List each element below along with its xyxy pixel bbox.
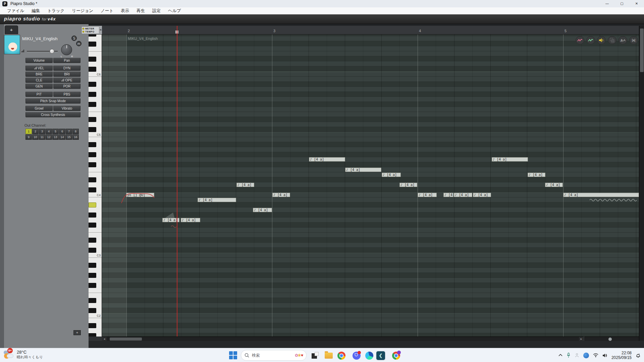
menu-item-再生[interactable]: 再生: [133, 7, 149, 14]
mute-button[interactable]: m: [76, 41, 82, 46]
menu-item-ノート[interactable]: ノート: [97, 7, 117, 14]
piano-key-black[interactable]: [89, 223, 96, 228]
weather-widget[interactable]: 9+ 28°C 晴れ時々くもり: [3, 349, 43, 360]
piano-key-black[interactable]: [89, 117, 96, 122]
zoom-knob[interactable]: [608, 338, 612, 341]
vertical-scrollbar[interactable]: [639, 26, 644, 341]
note[interactable]: ♪ [4 a]: [528, 173, 545, 177]
channel-13[interactable]: 13: [52, 134, 59, 140]
note[interactable]: ♪ [4 a]: [345, 168, 381, 172]
piano-key-black[interactable]: [89, 273, 96, 278]
search-box[interactable]: 検索 ✿❀♥: [241, 350, 307, 361]
channel-11[interactable]: 11: [39, 134, 45, 140]
menu-item-ファイル[interactable]: ファイル: [3, 7, 28, 14]
lyric-lang-toggle-icon[interactable]: あA: [619, 36, 627, 44]
piano-key-black[interactable]: [89, 187, 96, 192]
piano-key-white[interactable]: [89, 288, 102, 293]
note[interactable]: yo [j @U]: [126, 193, 154, 197]
piano-key-white[interactable]: [89, 37, 102, 42]
piano-keyboard[interactable]: C6C5C4C3C2: [89, 35, 102, 337]
piano-key-white[interactable]: [89, 62, 102, 67]
menu-item-ヘルプ[interactable]: ヘルプ: [164, 7, 184, 14]
horizontal-scroll-thumb[interactable]: [110, 338, 142, 341]
vel-param-button[interactable]: VEL: [25, 65, 53, 71]
piano-key-black[interactable]: [89, 323, 96, 328]
person-idle-icon[interactable]: [575, 353, 579, 358]
piano-key-white[interactable]: [89, 268, 102, 273]
vibrato-button[interactable]: Vibrato: [53, 106, 80, 111]
piano-key-white[interactable]: [89, 47, 102, 52]
meter-tempo-box[interactable]: METER TEMPO: [82, 26, 99, 34]
piano-key-white[interactable]: [89, 97, 102, 102]
app-sphere-icon[interactable]: [583, 353, 589, 358]
chrome-profile-icon[interactable]: [391, 351, 401, 361]
piano-key-white[interactable]: [89, 228, 102, 233]
playhead-line[interactable]: [177, 26, 177, 337]
piano-key-white[interactable]: [89, 157, 102, 162]
cle-param-button[interactable]: CLE: [25, 77, 53, 83]
piano-key-white[interactable]: [89, 172, 102, 177]
collapse-panel-button[interactable]: «: [100, 27, 102, 32]
discord-icon[interactable]: [352, 351, 362, 361]
note[interactable]: ♪ [4 a]: [492, 157, 528, 162]
piano-key-black[interactable]: [89, 308, 96, 313]
piano-key-black[interactable]: [89, 213, 96, 218]
note[interactable]: ♪ [4 a]: [454, 193, 472, 197]
menu-item-設定[interactable]: 設定: [149, 7, 164, 14]
clock[interactable]: 22:08 2025/09/15: [611, 351, 632, 360]
channel-4[interactable]: 4: [46, 129, 52, 134]
note[interactable]: ♪ [4 a]: [272, 193, 290, 197]
piano-key-white[interactable]: [89, 77, 102, 82]
piano-key-black[interactable]: [89, 142, 96, 147]
piano-key-white[interactable]: [89, 258, 102, 263]
piano-key-white[interactable]: [89, 182, 102, 187]
piano-roll-grid[interactable]: MIKU_V4_English yo [j @U]♪ [4 a]♪ [4 a]♪…: [102, 35, 639, 337]
piano-key-black[interactable]: [89, 248, 96, 253]
channel-14[interactable]: 14: [59, 134, 65, 140]
channel-6[interactable]: 6: [59, 129, 65, 134]
wifi-icon[interactable]: [593, 353, 598, 357]
start-button[interactable]: [229, 351, 237, 359]
minimize-button[interactable]: —: [600, 0, 614, 7]
piano-key-white[interactable]: [89, 233, 102, 238]
volume-slider-thumb[interactable]: [50, 49, 54, 54]
dyn-param-button[interactable]: DYN: [53, 65, 80, 71]
piano-key-white[interactable]: [89, 318, 102, 323]
note[interactable]: ♪ [4 a]: [198, 198, 236, 202]
pbs-param-button[interactable]: PBS: [53, 92, 80, 97]
channel-2[interactable]: 2: [32, 129, 39, 134]
gen-param-button[interactable]: GEN: [25, 83, 53, 89]
pitch-snap-mode-button[interactable]: Pitch Snap Mode: [25, 98, 80, 104]
note[interactable]: ♪ [4 a]: [473, 193, 491, 197]
tray-chevron-up-icon[interactable]: [558, 354, 562, 357]
timeline-ruler[interactable]: 2345: [102, 26, 639, 35]
piano-key-white[interactable]: [89, 218, 102, 223]
pitch-original-icon[interactable]: [576, 36, 584, 44]
growl-button[interactable]: Growl: [25, 106, 53, 111]
add-track-button[interactable]: +: [5, 25, 18, 34]
horizontal-scrollbar[interactable]: ◄ ►: [102, 337, 584, 341]
piano-key-black[interactable]: [89, 92, 96, 97]
channel-9[interactable]: 9: [25, 134, 32, 140]
speaker-icon[interactable]: [602, 353, 607, 358]
note[interactable]: ♪ [4 a]: [545, 183, 563, 187]
zoom-bar[interactable]: [584, 337, 639, 341]
piano-key-black[interactable]: [89, 42, 96, 47]
panel-add-button[interactable]: +: [73, 330, 81, 335]
channel-12[interactable]: 12: [46, 134, 52, 140]
piano-key-played-A#3[interactable]: [89, 202, 96, 207]
vertical-scroll-thumb[interactable]: [640, 28, 644, 72]
piano-key-black[interactable]: [89, 162, 96, 167]
edge-icon[interactable]: [364, 351, 374, 361]
note[interactable]: ♪ [4 a]: [309, 157, 345, 162]
file-explorer-icon[interactable]: [324, 351, 334, 361]
piano-key-white[interactable]: [89, 137, 102, 142]
channel-15[interactable]: 15: [66, 134, 72, 140]
channel-16[interactable]: 16: [72, 134, 79, 140]
piano-key-white[interactable]: [89, 167, 102, 172]
bri-param-button[interactable]: BRI: [53, 71, 80, 77]
piano-key-white[interactable]: [89, 52, 102, 57]
note[interactable]: ♪ [4 a]: [563, 193, 639, 197]
preview-speaker-icon[interactable]: [597, 36, 606, 44]
piano-key-white[interactable]: [89, 243, 102, 248]
